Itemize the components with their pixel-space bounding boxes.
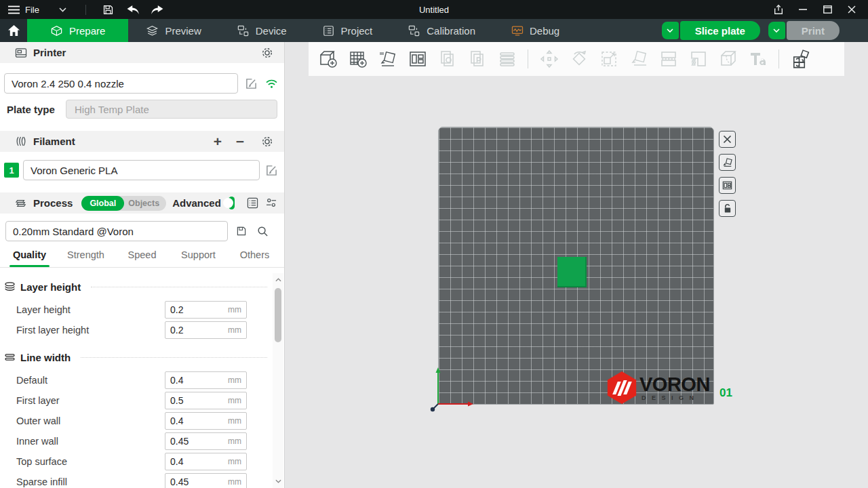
preview-icon <box>146 24 159 37</box>
prepare-icon <box>50 24 63 37</box>
setting-input[interactable]: 0.4 mm <box>165 453 247 470</box>
process-preset-select[interactable]: 0.20mm Standard @Voron <box>5 221 228 241</box>
gear-icon <box>261 47 273 59</box>
process-tab-quality[interactable]: Quality <box>1 249 58 267</box>
list-icon <box>247 197 258 209</box>
search-settings-button[interactable] <box>255 224 270 239</box>
add-filament-button[interactable]: + <box>210 135 226 148</box>
edit-icon <box>266 165 277 176</box>
setting-label: First layer height <box>16 325 89 336</box>
group-title: Layer height <box>20 281 81 293</box>
setting-input[interactable]: 0.5 mm <box>165 392 247 409</box>
viewport-3d[interactable]: 01 VORON DESIGN <box>285 42 868 488</box>
scrollbar-thumb[interactable] <box>275 288 281 342</box>
paste-icon[interactable] <box>466 48 488 70</box>
close-icon[interactable] <box>841 2 863 17</box>
build-plate[interactable] <box>438 127 714 405</box>
remove-filament-button[interactable]: − <box>232 135 248 148</box>
scroll-down-icon[interactable] <box>273 476 283 487</box>
printer-edit-button[interactable] <box>243 76 258 91</box>
advanced-toggle[interactable] <box>229 197 235 209</box>
tab-project[interactable]: Project <box>304 19 391 42</box>
rotate-icon[interactable] <box>568 48 590 70</box>
setting-input[interactable]: 0.4 mm <box>165 371 247 389</box>
group-layer-height: Layer height <box>0 279 273 294</box>
setting-row: Layer height 0.2 mm <box>0 300 273 320</box>
delete-all-button[interactable] <box>719 131 736 148</box>
filament-slot-badge[interactable]: 1 <box>4 163 19 178</box>
arrange-icon[interactable] <box>406 48 429 70</box>
setting-input[interactable]: 0.45 mm <box>165 473 247 488</box>
setting-input[interactable]: 0.45 mm <box>165 432 247 450</box>
setting-unit: mm <box>228 305 241 314</box>
setting-row: First layer height 0.2 mm <box>0 320 273 340</box>
maximize-icon[interactable] <box>816 2 838 17</box>
copy-icon[interactable] <box>436 48 458 70</box>
tab-device[interactable]: Device <box>219 19 304 42</box>
assembly-icon[interactable] <box>789 48 811 70</box>
minimize-icon[interactable] <box>792 2 814 17</box>
tab-preview[interactable]: Preview <box>128 19 218 42</box>
setting-input[interactable]: 0.2 mm <box>165 321 247 339</box>
process-tab-strength[interactable]: Strength <box>58 249 114 267</box>
filament-preset-select[interactable]: Voron Generic PLA <box>23 160 260 180</box>
setting-input[interactable]: 0.4 mm <box>165 412 247 430</box>
plate-arrange-button[interactable] <box>719 177 736 194</box>
plate-type-value: High Temp Plate <box>75 104 149 115</box>
setting-value: 0.4 <box>170 415 183 426</box>
undo-icon[interactable] <box>123 2 143 17</box>
mesh-boolean-icon[interactable] <box>717 48 739 70</box>
filament-edit-button[interactable] <box>264 163 279 178</box>
tab-prepare[interactable]: Prepare <box>27 19 128 42</box>
object-list-icon[interactable] <box>496 48 518 70</box>
setting-row: Top surface 0.4 mm <box>0 451 273 472</box>
scroll-up-icon[interactable] <box>273 274 283 285</box>
add-plate-icon[interactable] <box>347 48 369 70</box>
print-button[interactable]: Print <box>787 21 840 40</box>
tab-calibration[interactable]: Calibration <box>390 19 493 42</box>
print-dropdown-button[interactable] <box>768 22 785 39</box>
setting-value: 0.45 <box>170 436 189 447</box>
model-cube[interactable] <box>557 257 587 287</box>
slice-dropdown-button[interactable] <box>662 22 679 39</box>
printer-preset-select[interactable]: Voron 2.4 250 0.4 nozzle <box>4 73 238 94</box>
process-tab-speed[interactable]: Speed <box>114 249 170 267</box>
redo-icon[interactable] <box>147 2 167 17</box>
scope-global[interactable]: Global <box>81 196 124 211</box>
lay-on-face-icon[interactable] <box>627 48 650 70</box>
plate-type-select[interactable]: High Temp Plate <box>66 100 277 119</box>
save-preset-button[interactable] <box>234 224 249 239</box>
cut-icon[interactable] <box>657 48 679 70</box>
setting-label: First layer <box>16 395 60 406</box>
move-icon[interactable] <box>538 48 560 70</box>
tab-debug[interactable]: Debug <box>493 19 577 42</box>
scope-objects[interactable]: Objects <box>124 199 166 208</box>
setting-input[interactable]: 0.2 mm <box>165 301 247 319</box>
auto-orient-icon[interactable] <box>376 48 399 70</box>
filament-icon <box>15 136 27 147</box>
support-painting-icon[interactable] <box>687 48 709 70</box>
params-search-button[interactable] <box>264 196 279 211</box>
setting-unit: mm <box>228 477 241 487</box>
process-tab-support[interactable]: Support <box>170 249 226 267</box>
chevron-down-icon[interactable] <box>53 2 73 17</box>
scale-icon[interactable] <box>597 48 620 70</box>
file-menu-button[interactable]: File <box>7 2 39 17</box>
printer-settings-button[interactable] <box>260 45 275 60</box>
printer-icon <box>15 47 27 58</box>
process-scope-toggle[interactable]: Global Objects <box>81 196 166 211</box>
plate-orient-button[interactable] <box>719 154 736 171</box>
add-object-icon[interactable] <box>317 48 339 70</box>
home-button[interactable] <box>0 19 27 42</box>
text-tool-icon[interactable] <box>747 48 769 70</box>
lock-plate-button[interactable] <box>719 200 736 217</box>
slice-plate-button[interactable]: Slice plate <box>680 21 760 40</box>
filament-settings-button[interactable] <box>260 134 275 149</box>
parameter-list-button[interactable] <box>245 196 260 211</box>
share-icon[interactable] <box>768 2 789 17</box>
process-tab-others[interactable]: Others <box>226 249 283 267</box>
settings-scrollbar[interactable] <box>273 273 283 488</box>
save-icon[interactable] <box>98 2 119 17</box>
filament-header-label: Filament <box>33 136 75 147</box>
setting-unit: mm <box>228 325 241 335</box>
